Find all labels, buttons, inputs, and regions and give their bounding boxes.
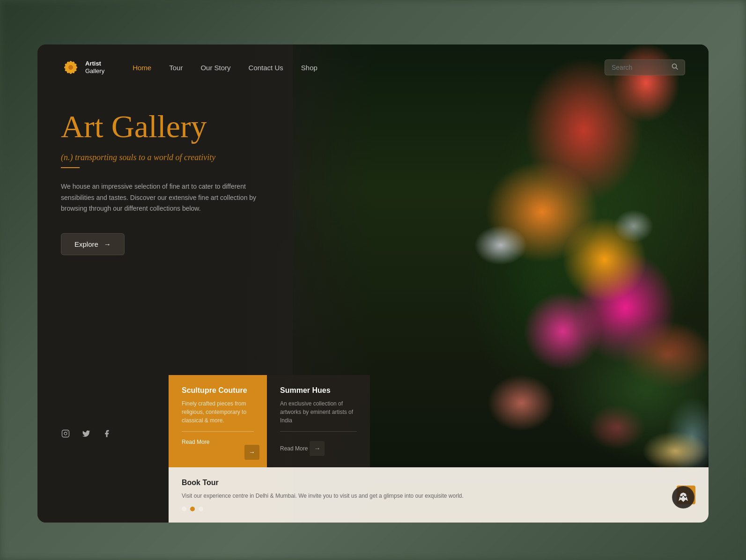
nav-home[interactable]: Home xyxy=(133,64,151,72)
card-tour-content: Book Tour Visit our experience centre in… xyxy=(182,479,464,511)
card-sculpture: Scultupre Couture Finely crafted pieces … xyxy=(169,375,267,467)
dot-2 xyxy=(190,507,195,511)
svg-point-10 xyxy=(64,432,67,435)
cards-section: Scultupre Couture Finely crafted pieces … xyxy=(169,375,709,523)
search-input[interactable] xyxy=(612,64,668,71)
svg-point-11 xyxy=(67,431,68,432)
nav-shop[interactable]: Shop xyxy=(301,64,318,72)
explore-arrow-icon: → xyxy=(104,240,111,248)
logo-area: Artist Gallery xyxy=(61,58,104,77)
facebook-icon[interactable] xyxy=(102,429,111,438)
nav-tour[interactable]: Tour xyxy=(169,64,183,72)
svg-rect-9 xyxy=(62,430,69,437)
social-icons xyxy=(61,429,111,438)
card-tour-desc: Visit our experience centre in Delhi & M… xyxy=(182,492,464,500)
nav-links: Home Tour Our Story Contact Us Shop xyxy=(133,64,586,72)
hero-title: Art Gallery xyxy=(61,109,685,144)
card-summer-desc: An exclusive collection of artworks by e… xyxy=(280,399,357,425)
instagram-icon[interactable] xyxy=(61,429,70,438)
svg-point-12 xyxy=(681,496,682,498)
logo-artist: Artist xyxy=(85,60,104,67)
logo-icon xyxy=(61,58,81,77)
card-summer-divider xyxy=(280,431,357,432)
card-tour-title: Book Tour xyxy=(182,479,464,487)
logo-gallery: Gallery xyxy=(85,67,104,75)
hero-description: We house an impressive selection of fine… xyxy=(61,181,262,214)
card-sculpture-desc: Finely crafted pieces from religious, co… xyxy=(182,399,254,425)
card-summer-readmore[interactable]: Read More xyxy=(280,445,308,452)
twitter-icon[interactable] xyxy=(81,429,91,438)
card-summer-title: Summer Hues xyxy=(280,386,357,395)
nav-our-story[interactable]: Our Story xyxy=(200,64,230,72)
dot-1 xyxy=(182,507,186,511)
card-sculpture-arrow[interactable]: → xyxy=(244,445,259,460)
svg-point-13 xyxy=(684,496,686,498)
dot-3 xyxy=(199,507,203,511)
search-bar[interactable] xyxy=(605,59,685,75)
main-card: Artist Gallery Home Tour Our Story Conta… xyxy=(37,44,709,523)
card-sculpture-title: Scultupre Couture xyxy=(182,386,254,395)
badge-icon xyxy=(677,491,690,504)
card-summer: Summer Hues An exclusive collection of a… xyxy=(267,375,370,467)
bottom-badge xyxy=(672,486,694,508)
hero-divider xyxy=(61,167,80,168)
svg-point-6 xyxy=(68,65,73,70)
card-summer-arrow[interactable]: → xyxy=(310,441,325,456)
explore-button[interactable]: Explore → xyxy=(61,233,125,255)
logo-text: Artist Gallery xyxy=(85,60,104,74)
card-book-tour: Book Tour Visit our experience centre in… xyxy=(169,467,709,523)
explore-label: Explore xyxy=(74,240,98,248)
nav-contact[interactable]: Contact Us xyxy=(249,64,283,72)
card-sculpture-divider xyxy=(182,431,254,432)
svg-line-8 xyxy=(676,68,678,70)
cards-row: Scultupre Couture Finely crafted pieces … xyxy=(169,375,709,467)
search-icon xyxy=(672,63,678,72)
dots-row xyxy=(182,507,464,511)
navbar: Artist Gallery Home Tour Our Story Conta… xyxy=(37,44,709,90)
card-sculpture-readmore[interactable]: Read More xyxy=(182,439,209,445)
hero-subtitle: (n.) transporting souls to a world of cr… xyxy=(61,153,685,162)
